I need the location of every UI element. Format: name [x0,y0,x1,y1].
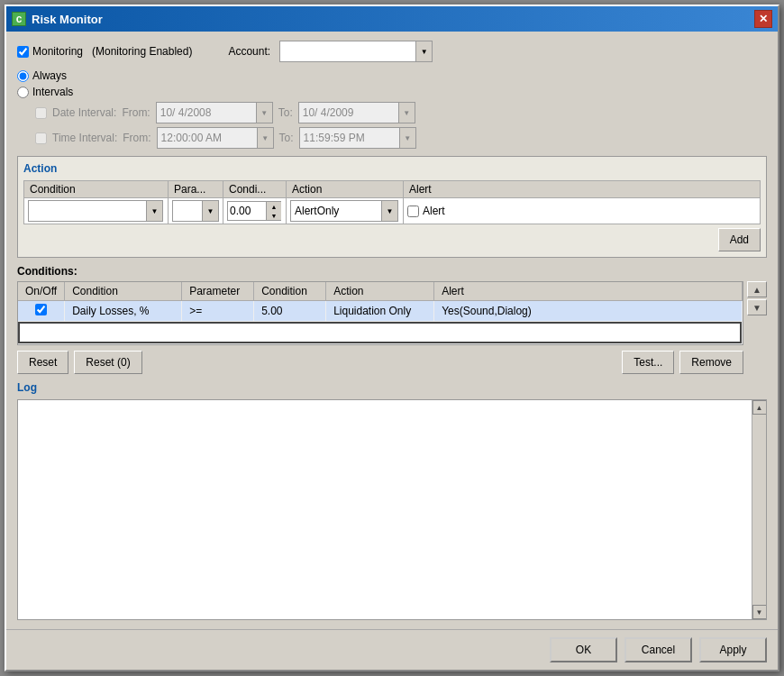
intervals-radio-label[interactable]: Intervals [17,86,767,98]
table-row[interactable]: Daily Losses, % >= 5.00 Liquidation Only… [18,301,743,322]
action-col-alert: Alert [404,181,761,198]
title-bar-left: c Risk Monitor [12,12,103,26]
conditions-section: Conditions: On/Off Condition Parameter C… [17,265,767,374]
time-to-arrow[interactable]: ▼ [399,128,415,148]
time-interval-checkbox[interactable] [35,132,47,144]
time-from-combo[interactable]: ▼ [157,127,274,149]
row-checkbox[interactable] [35,304,47,315]
test-button[interactable]: Test... [622,351,674,374]
action-select-combo[interactable]: ▼ [290,200,398,222]
cond2-down-arrow[interactable]: ▼ [267,211,281,220]
selected-row-input[interactable] [18,322,742,343]
alert-checkbox[interactable] [407,206,419,217]
conditions-label: Conditions: [17,265,767,278]
always-radio-label[interactable]: Always [17,69,767,82]
account-label: Account: [228,45,270,58]
log-scroll-down[interactable]: ▼ [752,605,767,619]
action-condition-cell: ▼ [24,198,169,224]
time-to-combo[interactable]: ▼ [299,127,416,149]
date-to-input[interactable] [299,103,398,123]
scroll-up-button[interactable]: ▲ [747,281,767,297]
log-section: Log ▲ ▼ [17,381,767,620]
action-col-action: Action [287,181,404,198]
window-title: Risk Monitor [32,13,103,26]
reset0-button[interactable]: Reset (0) [74,351,141,374]
monitoring-row: Monitoring (Monitoring Enabled) Account:… [17,41,767,62]
date-from-input[interactable] [157,103,256,123]
time-from-arrow[interactable]: ▼ [257,128,273,148]
ok-button[interactable]: OK [550,637,617,662]
scroll-down-button[interactable]: ▼ [747,299,767,315]
date-to-label: To: [278,106,293,119]
window-content: Monitoring (Monitoring Enabled) Account:… [6,32,778,629]
action-col-cond2: Condi... [223,181,287,198]
action-col-param: Para... [169,181,223,198]
row-action: Liquidation Only [326,301,434,322]
intervals-radio[interactable] [17,87,29,98]
action-param-cell: ▼ [169,198,223,224]
nav-arrows: ▲ ▼ [747,281,767,374]
intervals-details: Date Interval: From: ▼ To: ▼ Time Interv… [35,102,767,149]
date-to-combo[interactable]: ▼ [298,102,415,123]
schedule-group: Always Intervals Date Interval: From: ▼ … [17,69,767,149]
monitoring-checkbox-label[interactable]: Monitoring [17,45,83,58]
param-input[interactable] [173,201,202,221]
apply-button[interactable]: Apply [699,637,767,662]
time-to-input[interactable] [300,128,399,148]
always-radio[interactable] [17,70,29,82]
conditions-main: On/Off Condition Parameter Condition Act… [17,281,743,374]
alert-checkbox-label[interactable]: Alert [407,205,756,217]
conditions-btn-row: Reset Reset (0) Test... Remove [17,351,743,374]
action-section: Action Condition Para... Condi... Action… [17,156,767,258]
account-combo[interactable]: ▼ [279,41,433,62]
time-from-input[interactable] [158,128,257,148]
bottom-buttons: OK Cancel Apply [6,629,778,670]
time-interval-row: Time Interval: From: ▼ To: ▼ [35,127,767,149]
action-action-input[interactable] [291,201,381,221]
conditions-table-wrapper: On/Off Condition Parameter Condition Act… [17,281,743,345]
log-scrollbar: ▲ ▼ [752,400,766,619]
account-input[interactable] [280,41,415,61]
monitoring-checkbox[interactable] [17,46,29,58]
row-parameter: >= [182,301,254,322]
account-dropdown-arrow[interactable]: ▼ [415,41,432,61]
param-arrow[interactable]: ▼ [202,201,218,221]
time-to-label: To: [279,132,294,144]
title-bar: c Risk Monitor ✕ [6,6,778,32]
cancel-button[interactable]: Cancel [624,637,692,662]
col-alert: Alert [434,282,743,301]
action-title: Action [23,162,761,175]
add-button[interactable]: Add [718,228,761,251]
cond2-up-arrow[interactable]: ▲ [267,202,281,211]
cond2-input[interactable] [228,202,266,220]
intervals-label: Intervals [32,86,73,98]
action-action-arrow[interactable]: ▼ [381,201,397,221]
row-alert: Yes(Sound,Dialog) [434,301,743,322]
time-from-label: From: [123,132,150,144]
action-alert-cell: Alert [404,198,761,224]
log-area[interactable]: ▲ ▼ [17,399,767,620]
monitoring-label: Monitoring [32,45,83,58]
date-interval-label: Date Interval: [52,106,116,119]
param-select-combo[interactable]: ▼ [172,200,219,222]
row-on-off [18,301,65,322]
action-table: Condition Para... Condi... Action Alert … [23,180,761,224]
alert-label: Alert [423,205,445,217]
close-button[interactable]: ✕ [754,10,772,28]
remove-button[interactable]: Remove [679,351,743,374]
date-interval-checkbox[interactable] [35,107,47,119]
date-interval-row: Date Interval: From: ▼ To: ▼ [35,102,767,123]
conditions-outer: On/Off Condition Parameter Condition Act… [17,281,767,374]
condition-arrow[interactable]: ▼ [146,201,162,221]
monitoring-status: (Monitoring Enabled) [92,45,192,58]
date-to-arrow[interactable]: ▼ [398,103,415,123]
date-from-arrow[interactable]: ▼ [256,103,272,123]
condition-input[interactable] [29,201,146,221]
reset-button[interactable]: Reset [17,351,68,374]
log-scroll-up[interactable]: ▲ [752,400,767,415]
date-from-combo[interactable]: ▼ [156,102,273,123]
always-label: Always [32,69,67,82]
condition-select-combo[interactable]: ▼ [28,200,163,222]
table-row-empty [18,322,743,344]
col-action: Action [326,282,434,301]
